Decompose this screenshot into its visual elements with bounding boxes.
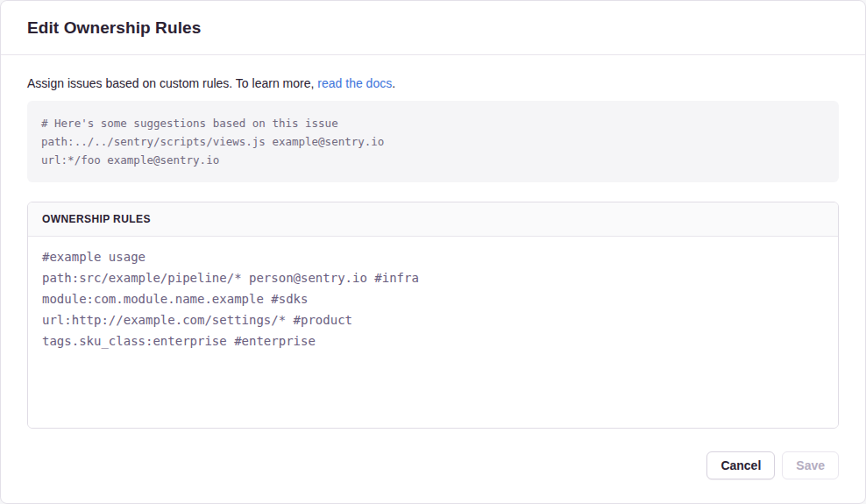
ownership-rules-panel: OWNERSHIP RULES #example usage path:src/… bbox=[27, 202, 839, 429]
description: Assign issues based on custom rules. To … bbox=[27, 76, 839, 90]
description-suffix: . bbox=[392, 76, 395, 90]
ownership-rules-panel-header: OWNERSHIP RULES bbox=[28, 202, 838, 237]
modal-title: Edit Ownership Rules bbox=[27, 18, 201, 38]
modal-footer: Cancel Save bbox=[1, 429, 865, 504]
save-button[interactable]: Save bbox=[782, 451, 839, 479]
ownership-rules-editor[interactable]: #example usage path:src/example/pipeline… bbox=[28, 237, 838, 428]
read-the-docs-link[interactable]: read the docs bbox=[317, 76, 392, 90]
suggestions-block: # Here's some suggestions based on this … bbox=[27, 101, 839, 182]
modal-body: Assign issues based on custom rules. To … bbox=[1, 55, 865, 429]
suggestions-code: # Here's some suggestions based on this … bbox=[41, 114, 825, 169]
description-text: Assign issues based on custom rules. To … bbox=[27, 76, 314, 90]
edit-ownership-rules-modal: Edit Ownership Rules Assign issues based… bbox=[0, 0, 866, 504]
cancel-button[interactable]: Cancel bbox=[706, 451, 775, 479]
modal-header: Edit Ownership Rules bbox=[1, 1, 865, 55]
